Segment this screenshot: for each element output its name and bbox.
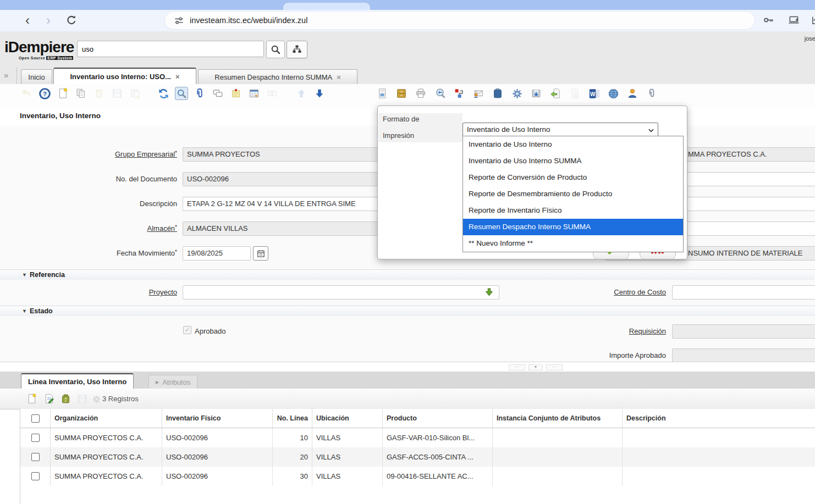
user-icon[interactable] (626, 87, 639, 100)
grupo-empresarial-field[interactable]: SUMMA PROYECTOS (183, 147, 378, 162)
descripcion-field[interactable]: ETAPA 2 G-12 MZ 04 V 14 VILLA DE ENTRGA … (183, 197, 378, 211)
new-record-icon[interactable] (56, 87, 69, 100)
global-search-button[interactable] (266, 41, 285, 58)
workflow-icon[interactable] (453, 87, 466, 100)
customize-icon[interactable] (568, 87, 581, 100)
splitter-dots-left[interactable]: ··· (509, 364, 525, 370)
attachment-icon[interactable] (193, 87, 206, 100)
tab-inventario-uso-interno[interactable]: Inventario uso Interno: USO... × (53, 68, 196, 84)
edit-row-icon[interactable] (43, 392, 55, 405)
column-header[interactable]: No. Línea (273, 409, 312, 428)
note-icon[interactable] (229, 87, 243, 100)
importe-aprobado-field[interactable] (672, 348, 815, 363)
browser-back-icon[interactable]: ‹ (25, 10, 30, 30)
export-word-icon[interactable]: W (587, 87, 601, 100)
copy-record-icon[interactable] (74, 87, 87, 100)
process-row-icon[interactable] (90, 393, 102, 405)
print-preview-icon[interactable] (433, 87, 447, 100)
select-all-checkbox[interactable] (31, 414, 40, 423)
table-row[interactable]: SUMMA PROYECTOS C.A.USO-00209610VILLASGA… (20, 428, 815, 447)
print-format-option[interactable]: Resumen Despacho Interno SUMMA (463, 219, 683, 235)
parent-record-up-icon[interactable] (295, 87, 308, 100)
pane-splitter[interactable]: ··· ▼ ··· (0, 362, 815, 373)
fecha-field[interactable]: 19/08/2025 (183, 246, 251, 261)
attachment-alt-icon[interactable] (645, 87, 658, 100)
global-search-input[interactable] (77, 41, 264, 57)
browser-active-tab[interactable] (283, 3, 370, 10)
referencia-section-header[interactable]: ▼ Referencia (0, 269, 815, 281)
estado-section-header[interactable]: ▼ Estado (0, 306, 815, 317)
url-text[interactable]: investeam.itsc.ec/webui/index.zul (190, 16, 307, 25)
grid-toggle-icon[interactable] (247, 87, 261, 100)
print-icon[interactable] (414, 87, 427, 100)
delete-row-icon[interactable] (59, 392, 71, 405)
print-format-option[interactable]: Inventario de Uso Interno (463, 136, 683, 153)
row-checkbox[interactable] (31, 472, 40, 480)
close-tab-icon[interactable]: × (337, 74, 341, 81)
web-services-icon[interactable] (607, 87, 620, 100)
column-header[interactable]: Organización (51, 409, 162, 428)
print-format-option[interactable]: Reporte de Inventario Físico (463, 202, 683, 219)
aprobado-checkbox[interactable]: ✓ (183, 326, 191, 334)
table-row[interactable]: SUMMA PROYECTOS C.A.USO-00209630VILLAS09… (20, 467, 815, 486)
delete-record-icon[interactable] (92, 87, 106, 100)
tab-atributos[interactable]: ▶ Atributos (148, 375, 197, 389)
column-header[interactable]: Producto (383, 409, 493, 428)
print-format-option[interactable]: Reporte de Desmembramiento de Producto (463, 186, 683, 202)
requests-icon[interactable] (472, 87, 485, 100)
print-format-option[interactable]: Reporte de Conversión de Producto (463, 169, 683, 186)
almacen-label[interactable]: Almacén* (20, 224, 177, 232)
report-icon[interactable] (376, 87, 389, 100)
tab-linea-inventario[interactable]: Línea Inventario, Uso Interno (21, 373, 134, 389)
proyecto-field[interactable] (183, 285, 499, 300)
requisicion-label[interactable]: Requisición (495, 327, 666, 335)
save-row-icon[interactable] (76, 392, 88, 405)
browser-extra-icon[interactable] (811, 14, 815, 26)
undo-icon[interactable] (20, 87, 33, 100)
menu-tree-button[interactable] (287, 41, 307, 58)
chat-icon[interactable] (211, 87, 224, 100)
grupo-empresarial-label[interactable]: Grupo Empresarial* (20, 150, 177, 158)
row-checkbox[interactable] (31, 434, 40, 442)
export-icon[interactable] (530, 87, 543, 100)
process-icon[interactable] (510, 87, 524, 100)
new-row-icon[interactable] (25, 392, 37, 405)
column-header[interactable]: Descripción (623, 409, 815, 428)
detail-records-icon[interactable] (266, 87, 279, 100)
expand-west-icon[interactable]: » (4, 70, 8, 80)
browser-reload-icon[interactable] (65, 14, 78, 27)
splitter-dots-right[interactable]: ··· (546, 364, 563, 370)
column-header[interactable]: Inventario Físico (162, 409, 273, 428)
record-zoom-icon[interactable] (483, 286, 495, 298)
find-icon[interactable] (175, 87, 188, 100)
splitter-collapse-button[interactable]: ▼ (528, 364, 543, 370)
archive-icon[interactable] (395, 87, 408, 100)
centro-costo-label[interactable]: Centro de Costo (495, 288, 666, 296)
laptop-download-icon[interactable] (788, 14, 800, 26)
product-info-icon[interactable] (491, 87, 504, 100)
almacen-field[interactable]: ALMACEN VILLAS (183, 221, 378, 236)
requisicion-field[interactable] (672, 324, 815, 339)
documento-field[interactable]: USO-002096 (183, 172, 378, 186)
collapse-triangle-icon[interactable]: ▼ (22, 308, 27, 314)
collapse-triangle-icon[interactable]: ▼ (22, 272, 27, 278)
proyecto-label[interactable]: Proyecto (20, 288, 177, 296)
password-key-icon[interactable] (762, 14, 775, 26)
save-icon[interactable] (111, 87, 124, 100)
table-row[interactable]: SUMMA PROYECTOS C.A.USO-00209620VILLASGA… (20, 447, 815, 467)
calendar-button[interactable] (253, 246, 268, 261)
browser-forward-icon[interactable]: › (46, 10, 51, 30)
print-format-option[interactable]: ** Nuevo Informe ** (463, 235, 683, 252)
file-import-icon[interactable] (549, 87, 562, 100)
refresh-icon[interactable] (157, 87, 170, 100)
tune-icon[interactable] (174, 15, 184, 26)
column-header[interactable]: Ubicación (312, 409, 383, 428)
print-format-option[interactable]: Inventario de Uso Interno SUMMA (463, 153, 683, 169)
centro-costo-field[interactable] (672, 285, 815, 300)
close-tab-icon[interactable]: × (175, 73, 180, 80)
help-icon[interactable]: ? (38, 87, 51, 100)
detail-record-down-icon[interactable] (313, 87, 326, 100)
print-format-select[interactable]: Inventario de Uso Interno (462, 123, 658, 137)
tab-inicio[interactable]: Inicio (21, 69, 52, 84)
row-checkbox[interactable] (31, 453, 40, 461)
